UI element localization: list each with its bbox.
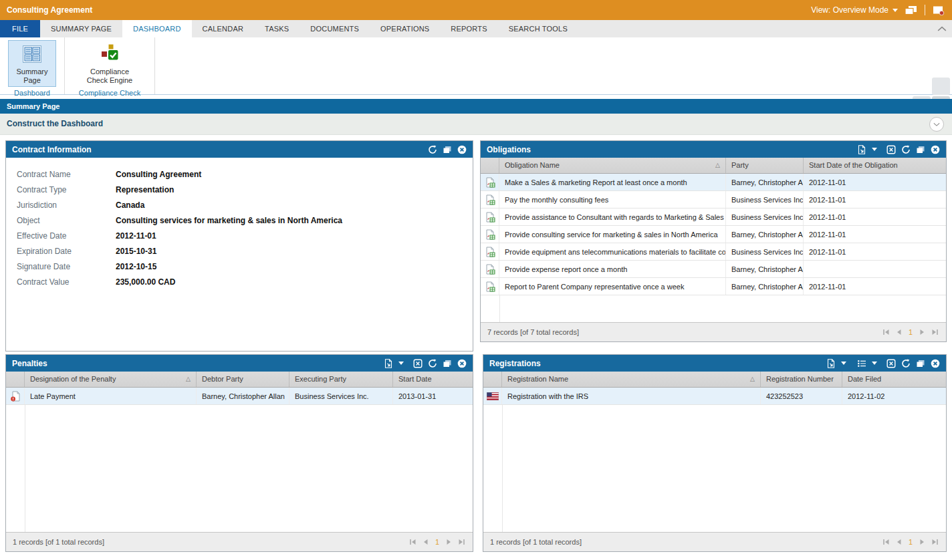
list-view-icon[interactable] [857, 359, 866, 368]
collapse-ribbon-chevron-up-icon[interactable] [937, 26, 947, 32]
summary-page-icon [21, 43, 43, 65]
close-icon[interactable] [931, 359, 940, 368]
ribbon-group-label: Dashboard Views [0, 87, 64, 100]
table-row[interactable]: Provide expense report once a month Barn… [481, 261, 946, 278]
column-header-designation[interactable]: Designation of the Penalty△ [25, 372, 197, 387]
table-row[interactable]: Make a Sales & marketing Report at least… [481, 174, 946, 191]
field-value: Consulting Agreement [116, 170, 201, 179]
table-row[interactable]: Provide consulting service for marketing… [481, 226, 946, 243]
summary-page-button[interactable]: Summary Page [8, 40, 56, 87]
column-header-start-date[interactable]: Start Date of the Obligation [804, 158, 946, 173]
export-icon[interactable] [857, 145, 866, 154]
table-row[interactable]: Late Payment Barney, Christopher Allan B… [6, 388, 473, 405]
first-page-icon[interactable] [882, 329, 890, 335]
first-page-icon[interactable] [408, 539, 416, 545]
excel-icon[interactable] [413, 359, 423, 368]
first-page-icon[interactable] [882, 539, 890, 545]
collapse-section-button[interactable] [929, 117, 944, 132]
window-icon[interactable] [916, 145, 925, 154]
table-row[interactable]: Provide assistance to Consultant with re… [481, 208, 946, 226]
close-window-icon[interactable] [932, 5, 945, 15]
column-header-party[interactable]: Party [726, 158, 804, 173]
excel-icon[interactable] [886, 359, 896, 368]
designation-cell: Late Payment [25, 388, 197, 404]
current-page-number[interactable]: 1 [434, 538, 441, 546]
start-date-cell: 2012-11-01 [804, 191, 946, 208]
us-flag-icon [487, 392, 499, 400]
icon-column-header[interactable] [481, 158, 499, 173]
tab-documents[interactable]: DOCUMENTS [300, 20, 370, 37]
obligation-doc-icon [485, 177, 495, 188]
excel-icon[interactable] [886, 145, 896, 154]
ribbon-group-dashboard-views: Summary Page Dashboard Views [0, 37, 65, 94]
start-date-cell: 2012-11-01 [804, 243, 946, 260]
export-caret-icon[interactable] [398, 362, 404, 365]
panel-title: Contract Information [12, 145, 92, 154]
view-mode-selector[interactable]: View: Overview Mode [811, 5, 898, 15]
obligation-name-cell: Provide consulting service for marketing… [499, 226, 726, 243]
refresh-icon[interactable] [901, 359, 911, 368]
column-header-start-date[interactable]: Start Date [393, 372, 473, 387]
export-caret-icon[interactable] [872, 148, 877, 151]
export-icon[interactable] [826, 359, 836, 368]
compliance-check-engine-button[interactable]: Compliance Check Engine [78, 40, 142, 87]
export-caret-icon[interactable] [841, 362, 846, 365]
last-page-icon[interactable] [931, 539, 939, 545]
last-page-icon[interactable] [458, 539, 466, 545]
next-page-icon[interactable] [919, 329, 927, 335]
column-header-date-filed[interactable]: Date Filed [842, 372, 946, 387]
penalties-grid-body: Late Payment Barney, Christopher Allan B… [6, 388, 473, 532]
column-header-registration-number[interactable]: Registration Number [761, 372, 842, 387]
tab-file[interactable]: FILE [0, 20, 40, 37]
column-header-debtor-party[interactable]: Debtor Party [197, 372, 289, 387]
field-value: Representation [116, 185, 174, 194]
export-icon[interactable] [384, 359, 393, 368]
tab-tasks[interactable]: TASKS [254, 20, 300, 37]
party-cell: Barney, Christopher Allan [726, 226, 804, 243]
column-header-registration-name[interactable]: Registration Name△ [502, 372, 761, 387]
previous-page-icon[interactable] [895, 539, 903, 545]
current-page-number[interactable]: 1 [907, 328, 914, 336]
chevron-down-icon [892, 9, 898, 12]
tab-reports[interactable]: REPORTS [440, 20, 497, 37]
close-icon[interactable] [457, 145, 467, 154]
tab-summary-page[interactable]: SUMMARY PAGE [40, 20, 122, 37]
next-page-icon[interactable] [919, 539, 927, 545]
icon-column-header[interactable] [483, 372, 502, 387]
window-icon[interactable] [916, 359, 925, 368]
cascade-windows-icon[interactable] [905, 5, 918, 15]
field-value: 2015-10-31 [116, 247, 156, 256]
refresh-icon[interactable] [428, 145, 437, 154]
close-icon[interactable] [931, 145, 940, 154]
last-page-icon[interactable] [931, 329, 939, 335]
table-row[interactable]: Provide equipment ans telecommunications… [481, 243, 946, 261]
tab-calendar[interactable]: CALENDAR [192, 20, 255, 37]
table-row[interactable]: Pay the monthly consulting fees Business… [481, 191, 946, 208]
window-icon[interactable] [443, 145, 452, 154]
party-cell: Barney, Christopher Allan [726, 278, 804, 295]
table-row[interactable]: Report to Parent Company representative … [481, 278, 946, 295]
next-page-icon[interactable] [445, 539, 453, 545]
current-page-number[interactable]: 1 [907, 538, 914, 546]
table-row[interactable]: Registration with the IRS 423252523 2012… [483, 388, 946, 405]
registrations-panel: Registrations Registration Name△ Registr… [483, 354, 947, 552]
sort-ascending-icon: △ [746, 372, 755, 387]
tab-search-tools[interactable]: SEARCH TOOLS [498, 20, 578, 37]
view-mode-label: View: Overview Mode [811, 5, 888, 15]
icon-column-header[interactable] [6, 372, 25, 387]
obligations-panel: Obligations Obligation Name△ Party Start… [480, 140, 947, 342]
refresh-icon[interactable] [428, 359, 437, 368]
start-date-cell: 2012-11-01 [804, 208, 946, 225]
sort-ascending-icon: △ [182, 372, 191, 387]
window-icon[interactable] [443, 359, 452, 368]
column-header-obligation-name[interactable]: Obligation Name△ [499, 158, 726, 173]
list-view-caret-icon[interactable] [872, 362, 877, 365]
tab-operations[interactable]: OPERATIONS [370, 20, 440, 37]
refresh-icon[interactable] [901, 145, 911, 154]
previous-page-icon[interactable] [895, 329, 903, 335]
tab-dashboard[interactable]: DASHBOARD [122, 20, 191, 37]
executing-party-cell: Business Services Inc. [289, 388, 393, 404]
previous-page-icon[interactable] [421, 539, 429, 545]
column-header-executing-party[interactable]: Executing Party [289, 372, 393, 387]
close-icon[interactable] [457, 359, 467, 368]
